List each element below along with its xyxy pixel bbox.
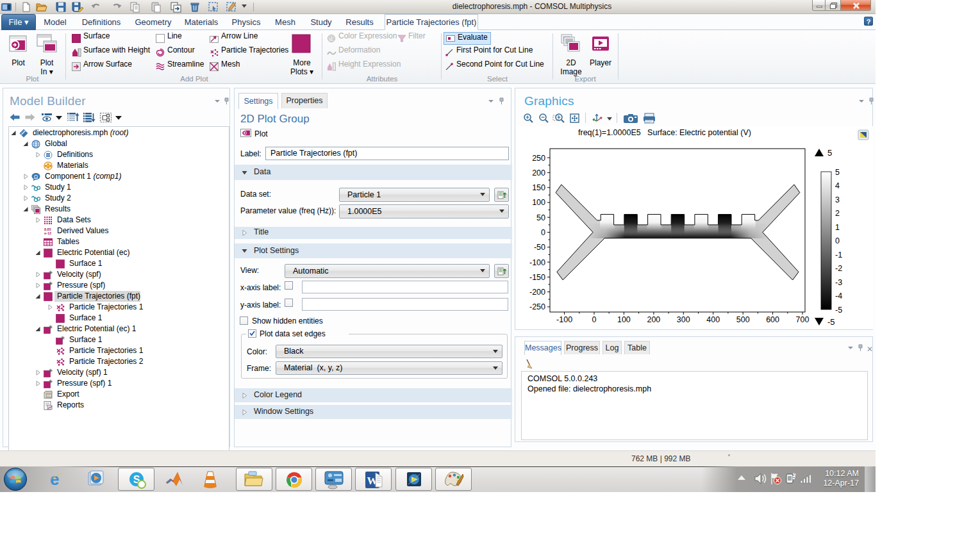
svg-text:-100: -100 <box>529 258 545 267</box>
svg-text:400: 400 <box>706 315 720 324</box>
svg-text:100: 100 <box>617 315 631 324</box>
svg-text:-2: -2 <box>835 264 842 273</box>
svg-text:-4: -4 <box>835 292 842 300</box>
svg-text:600: 600 <box>766 315 779 324</box>
svg-text:150: 150 <box>532 183 545 192</box>
svg-text:200: 200 <box>647 315 660 324</box>
svg-text:500: 500 <box>736 315 750 324</box>
svg-text:5: 5 <box>835 168 840 177</box>
svg-text:200: 200 <box>532 169 545 177</box>
svg-text:0: 0 <box>835 236 840 245</box>
svg-text:-250: -250 <box>529 302 545 311</box>
svg-text:700: 700 <box>796 315 810 324</box>
svg-text:freq(1)=1.0000E5 Surface: El: freq(1)=1.0000E5 Surface: Electric poten… <box>578 128 751 137</box>
svg-text:3: 3 <box>835 195 840 204</box>
svg-text:4: 4 <box>835 181 840 190</box>
svg-text:-150: -150 <box>529 273 545 282</box>
svg-text:0: 0 <box>592 315 597 324</box>
svg-text:100: 100 <box>532 198 545 207</box>
svg-text:-100: -100 <box>556 315 572 324</box>
svg-text:-50: -50 <box>534 243 545 252</box>
svg-text:-3: -3 <box>835 278 842 287</box>
svg-text:0: 0 <box>541 228 545 237</box>
svg-text:2: 2 <box>835 209 840 218</box>
svg-text:1: 1 <box>835 223 840 232</box>
svg-text:-5: -5 <box>835 306 842 315</box>
svg-text:-5: -5 <box>827 317 835 327</box>
svg-text:-200: -200 <box>529 288 545 297</box>
svg-text:250: 250 <box>532 154 545 163</box>
svg-text:5: 5 <box>827 148 832 158</box>
svg-text:-1: -1 <box>835 251 842 259</box>
svg-text:300: 300 <box>677 315 690 324</box>
svg-text:50: 50 <box>536 213 545 222</box>
